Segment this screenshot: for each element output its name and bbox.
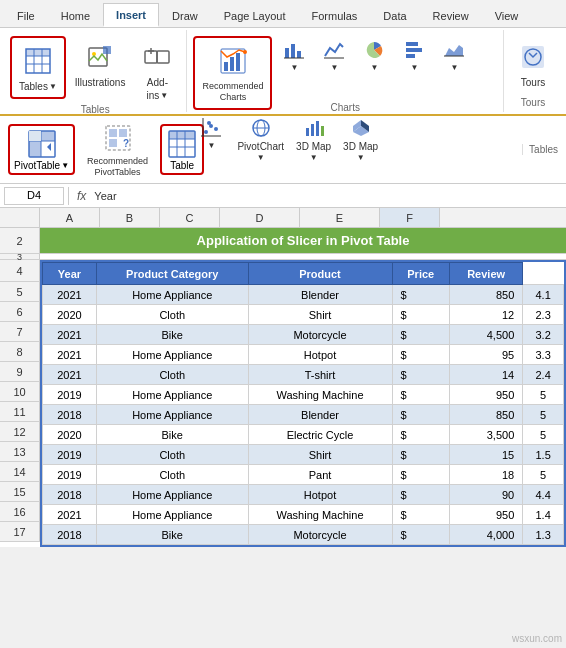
title-row: 2 Application of Slicer in Pivot Table [0, 228, 566, 254]
recommended-charts-button[interactable]: RecommendedCharts [197, 40, 268, 106]
tours-icon [515, 39, 551, 75]
td-review: 4.1 [523, 285, 564, 305]
tables-icon [20, 43, 56, 79]
svg-point-17 [243, 50, 247, 54]
ribbon-group-tours: Tours Tours [504, 30, 562, 112]
svg-point-30 [207, 121, 211, 125]
svg-rect-5 [26, 49, 50, 56]
tab-draw[interactable]: Draw [159, 3, 211, 27]
td-year: 2021 [43, 505, 97, 525]
col-header-f[interactable]: F [380, 208, 440, 227]
svg-point-27 [204, 130, 208, 134]
tab-data[interactable]: Data [370, 3, 419, 27]
line-chart-button[interactable]: ▼ [316, 36, 352, 74]
recommended-pivot-icon: ? [102, 122, 134, 154]
3d-map-button[interactable]: 3D Map ▼ [339, 114, 382, 164]
td-price-sym: $ [392, 345, 449, 365]
bar-chart-button[interactable]: ▼ [396, 36, 432, 74]
svg-rect-45 [29, 131, 41, 141]
tours-button[interactable]: Tours [510, 36, 556, 91]
row-num-12: 12 [0, 422, 40, 442]
tables-button[interactable]: Tables ▼ [14, 40, 62, 95]
tab-home[interactable]: Home [48, 3, 103, 27]
td-product: Motorcycle [248, 325, 392, 345]
addins-label2: ins [147, 90, 160, 101]
td-review: 5 [523, 385, 564, 405]
tab-formulas[interactable]: Formulas [299, 3, 371, 27]
td-price-sym: $ [392, 505, 449, 525]
tours-label: Tours [521, 77, 545, 88]
td-price-sym: $ [392, 365, 449, 385]
area-chart-icon [442, 38, 466, 62]
td-price-val: 950 [449, 385, 522, 405]
tours-group-label: Tours [521, 97, 545, 110]
row-num-8: 8 [0, 342, 40, 362]
scatter-chart-button[interactable]: ▼ [193, 114, 229, 152]
svg-text:?: ? [123, 138, 129, 149]
column-chart-button[interactable]: ▼ [276, 36, 312, 74]
3d-map-label: 3D Map [343, 141, 378, 152]
col-header-d[interactable]: D [220, 208, 300, 227]
row-num-15: 15 [0, 482, 40, 502]
row-num-3: 3 [0, 254, 40, 259]
td-year: 2021 [43, 285, 97, 305]
name-box[interactable]: D4 [4, 187, 64, 205]
table-row: 2020 Bike Electric Cycle $ 3,500 5 [43, 425, 564, 445]
ribbon-group-tables: Tables ▼ Illustrations [4, 30, 187, 112]
ribbon-items-tables: Tables ▼ Illustrations [10, 32, 180, 104]
area-chart-button[interactable]: ▼ [436, 36, 472, 74]
table-row: 2018 Bike Motorcycle $ 4,000 1.3 [43, 525, 564, 545]
recommended-charts-icon [215, 43, 251, 79]
col-headers: A B C D E F [0, 208, 566, 228]
td-product: Pant [248, 465, 392, 485]
table-label: Table [170, 160, 194, 171]
th-review: Review [449, 263, 522, 285]
table-row: 2021 Cloth T-shirt $ 14 2.4 [43, 365, 564, 385]
line-chart-icon [322, 38, 346, 62]
recommended-pivot-tables-button[interactable]: ? RecommendedPivotTables [83, 120, 152, 180]
svg-rect-38 [316, 121, 319, 136]
pivot-chart-button[interactable]: 3D Map ▼ [292, 114, 335, 164]
tab-file[interactable]: File [4, 3, 48, 27]
col-header-e[interactable]: E [300, 208, 380, 227]
svg-rect-23 [406, 42, 418, 46]
td-category: Home Appliance [96, 345, 248, 365]
tab-view[interactable]: View [482, 3, 532, 27]
tab-insert[interactable]: Insert [103, 3, 159, 27]
row-num-10: 10 [0, 382, 40, 402]
td-year: 2019 [43, 445, 97, 465]
tab-review[interactable]: Review [420, 3, 482, 27]
maps-button[interactable]: PivotChart ▼ [233, 114, 288, 164]
ribbon-items-charts: RecommendedCharts ▼ [193, 32, 497, 102]
td-review: 5 [523, 405, 564, 425]
td-price-val: 850 [449, 285, 522, 305]
td-category: Bike [96, 525, 248, 545]
tab-page-layout[interactable]: Page Layout [211, 3, 299, 27]
td-product: Shirt [248, 305, 392, 325]
td-year: 2018 [43, 405, 97, 425]
td-review: 5 [523, 425, 564, 445]
td-price-sym: $ [392, 445, 449, 465]
table-row: 2019 Cloth Shirt $ 15 1.5 [43, 445, 564, 465]
pie-chart-button[interactable]: ▼ [356, 36, 392, 74]
col-header-b[interactable]: B [100, 208, 160, 227]
td-category: Cloth [96, 365, 248, 385]
svg-rect-14 [224, 62, 228, 71]
illustrations-button[interactable]: Illustrations [70, 36, 131, 91]
col-header-a[interactable]: A [40, 208, 100, 227]
td-price-sym: $ [392, 385, 449, 405]
row-num-7: 7 [0, 322, 40, 342]
table-row: 2021 Home Appliance Washing Machine $ 95… [43, 505, 564, 525]
col-header-c[interactable]: C [160, 208, 220, 227]
maps-icon [249, 116, 273, 140]
ribbon-main: Tables ▼ Illustrations [0, 28, 566, 116]
td-category: Home Appliance [96, 285, 248, 305]
td-category: Cloth [96, 305, 248, 325]
pivot-table-button[interactable]: PivotTable ▼ [8, 124, 75, 175]
svg-rect-15 [230, 57, 234, 71]
row-num-17: 17 [0, 522, 40, 542]
3d-map-icon [349, 116, 373, 140]
addins-button[interactable]: Add- ins ▼ [134, 36, 180, 104]
td-price-sym: $ [392, 425, 449, 445]
formula-bar: D4 fx Year [0, 184, 566, 208]
